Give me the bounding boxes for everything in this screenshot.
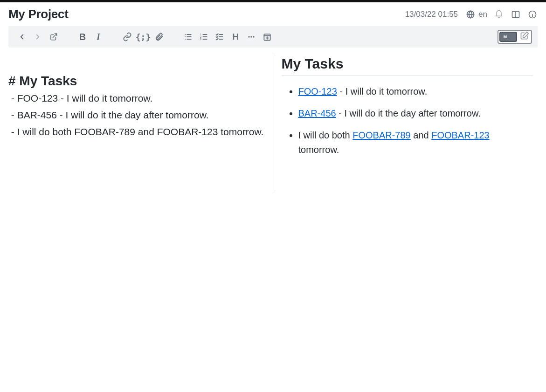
view-mode-toggle[interactable]: M↓ <box>498 30 532 44</box>
list-item: FOO-123 - I will do it tomorrow. <box>298 84 533 99</box>
split-editor: # My Tasks - FOO-123 - I will do it tomo… <box>8 53 538 193</box>
svg-text:3: 3 <box>200 38 201 41</box>
bell-icon[interactable] <box>494 9 504 20</box>
more-button[interactable] <box>243 29 259 45</box>
source-line: - BAR-456 - I will do it the day after t… <box>8 110 209 120</box>
source-pane[interactable]: # My Tasks - FOO-123 - I will do it tomo… <box>8 53 273 193</box>
list-item-text: tomorrow. <box>298 144 339 155</box>
info-icon[interactable] <box>527 9 538 20</box>
preview-heading: My Tasks <box>282 56 533 76</box>
toolbar-left: B I {;} <box>14 29 288 45</box>
issue-link[interactable]: BAR-456 <box>298 108 336 118</box>
source-line: - FOO-123 - I will do it tomorrow. <box>8 93 152 103</box>
issue-link[interactable]: FOOBAR-123 <box>431 130 489 140</box>
language-label: en <box>478 10 487 19</box>
language-picker[interactable]: en <box>465 9 487 20</box>
globe-icon <box>465 9 476 20</box>
editor-toolbar: B I {;} <box>8 26 538 48</box>
checklist-button[interactable] <box>212 29 228 45</box>
project-title: My Project <box>8 7 69 21</box>
header: My Project 13/03/22 01:55 en <box>0 2 546 26</box>
svg-point-8 <box>185 39 186 40</box>
history-forward-button[interactable] <box>30 29 46 45</box>
insert-date-button[interactable] <box>259 29 275 45</box>
list-item-text: - I will do it the day after tomorrow. <box>336 108 481 118</box>
bold-button[interactable]: B <box>75 29 90 45</box>
svg-point-20 <box>250 36 252 37</box>
wysiwyg-mode-icon <box>520 31 529 42</box>
timestamp: 13/03/22 01:55 <box>405 10 458 19</box>
issue-link[interactable]: FOO-123 <box>298 86 337 96</box>
svg-point-21 <box>253 36 254 37</box>
preview-list: FOO-123 - I will do it tomorrow. BAR-456… <box>282 84 533 157</box>
list-item: BAR-456 - I will do it the day after tom… <box>298 106 533 121</box>
preview-pane: My Tasks FOO-123 - I will do it tomorrow… <box>273 53 538 193</box>
list-item-text: - I will do it tomorrow. <box>337 86 427 96</box>
source-line: - I will do both FOOBAR-789 and FOOBAR-1… <box>8 126 263 137</box>
toolbar-right: M↓ <box>498 30 532 44</box>
list-item: I will do both FOOBAR-789 and FOOBAR-123… <box>298 128 533 157</box>
list-item-text: I will do both <box>298 130 353 140</box>
svg-point-4 <box>185 34 186 35</box>
svg-text:M↓: M↓ <box>504 34 509 39</box>
split-view-icon[interactable] <box>511 9 521 20</box>
unordered-list-button[interactable] <box>180 29 196 45</box>
header-right: 13/03/22 01:55 en <box>405 9 538 20</box>
code-button[interactable]: {;} <box>135 29 151 45</box>
open-external-button[interactable] <box>46 29 62 45</box>
source-text[interactable]: # My Tasks - FOO-123 - I will do it tomo… <box>8 55 268 157</box>
italic-button[interactable]: I <box>90 29 106 45</box>
attach-button[interactable] <box>151 29 167 45</box>
svg-point-6 <box>185 36 186 37</box>
svg-line-3 <box>53 34 57 37</box>
issue-link[interactable]: FOOBAR-789 <box>352 130 410 140</box>
history-back-button[interactable] <box>14 29 30 45</box>
heading-button[interactable]: H <box>228 29 243 45</box>
link-button[interactable] <box>119 29 135 45</box>
markdown-mode-icon: M↓ <box>499 32 517 42</box>
list-item-text: and <box>411 130 431 140</box>
source-heading-line: # My Tasks <box>8 74 77 88</box>
ordered-list-button[interactable]: 1 2 3 <box>196 29 212 45</box>
svg-point-19 <box>248 36 249 37</box>
